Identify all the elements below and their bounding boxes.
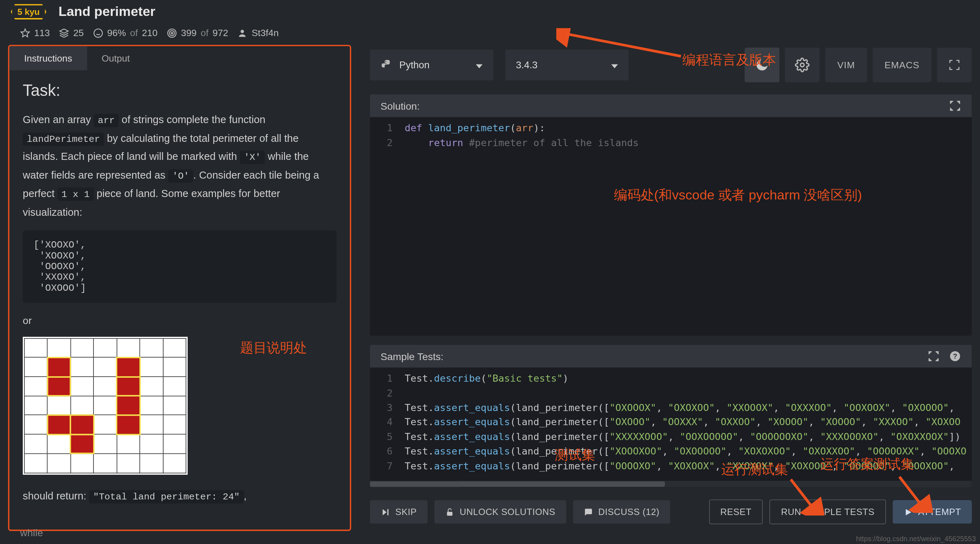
svg-point-7 (171, 32, 173, 33)
code-o: 'O' (168, 169, 193, 182)
python-icon (380, 59, 393, 71)
code-arr: arr (94, 114, 119, 127)
cutoff-text: while (20, 527, 43, 538)
language-dropdown[interactable]: Python (370, 49, 493, 80)
svg-text:?: ? (953, 352, 957, 360)
code-content[interactable]: Test.describe("Basic tests") Test.assert… (399, 368, 972, 487)
help-icon[interactable]: ? (949, 350, 961, 362)
result-string: "Total land perimeter: 24" (89, 490, 243, 503)
svg-point-8 (241, 29, 244, 33)
solution-editor[interactable]: 1 2 def land_perimeter(arr): return #per… (370, 117, 972, 335)
attempt-button[interactable]: ATTEMPT (892, 500, 972, 523)
run-sample-tests-button[interactable]: RUN SAMPLE TESTS (770, 500, 886, 524)
vim-mode[interactable]: VIM (825, 48, 867, 82)
desc-tabs: Instructions Output (10, 46, 350, 70)
watermark: https://blog.csdn.net/weixin_45625553 (856, 534, 976, 542)
svg-marker-12 (382, 509, 386, 515)
line-numbers: 1 2 (370, 117, 399, 335)
code-landperimeter: landPerimeter (23, 132, 104, 146)
code-x: 'X' (240, 151, 265, 164)
chevron-down-icon (611, 59, 618, 70)
expand-icon (948, 59, 961, 71)
kata-title: Land perimeter (59, 4, 156, 19)
svg-point-6 (169, 30, 174, 35)
chevron-down-icon (476, 59, 482, 70)
svg-point-9 (800, 63, 804, 67)
tab-instructions[interactable]: Instructions (10, 46, 87, 70)
horizontal-scrollbar[interactable] (370, 481, 972, 487)
solution-label: Solution: (380, 100, 420, 111)
layers-icon (59, 28, 69, 38)
svg-marker-0 (21, 29, 29, 36)
tests-editor[interactable]: 1 2 3 4 5 6 7 Test.describe("Basic tests… (370, 368, 972, 487)
stat-stacks[interactable]: 25 (59, 28, 84, 38)
settings-button[interactable] (785, 48, 819, 82)
stat-favorites[interactable]: 113 (20, 28, 50, 38)
example-array: ['XOOXO', 'XOOXO', 'OOOXO', 'XXOXO', 'OX… (23, 230, 336, 302)
fullscreen-top[interactable] (937, 48, 972, 82)
line-numbers: 1 2 3 4 5 6 7 (370, 368, 399, 487)
expand-icon[interactable] (928, 350, 940, 362)
description-panel: Instructions Output Task: Given an array… (8, 45, 351, 531)
task-heading: Task: (23, 81, 336, 100)
task-paragraph: Given an array arr of strings complete t… (23, 110, 336, 221)
kyu-badge: 5 kyu (11, 4, 46, 19)
theme-toggle[interactable] (745, 48, 780, 82)
discuss-button[interactable]: DISCUSS (12) (573, 500, 670, 523)
smile-icon (93, 28, 103, 38)
or-text: or (23, 314, 336, 326)
svg-marker-1 (60, 29, 69, 33)
reset-button[interactable]: RESET (709, 500, 763, 524)
moon-icon (755, 58, 770, 73)
stats-bar: 113 25 96% of 210 399 of 972 St3f4n (0, 25, 980, 45)
expand-icon[interactable] (949, 100, 961, 112)
target-icon (167, 28, 177, 38)
skip-button[interactable]: SKIP (370, 500, 428, 523)
unlock-solutions-button[interactable]: UNLOCK SOLUTIONS (434, 500, 566, 523)
stat-completions[interactable]: 399 of 972 (167, 28, 228, 38)
should-return: should return: "Total land perimeter: 24… (23, 487, 336, 505)
tests-label: Sample Tests: (380, 351, 444, 362)
emacs-mode[interactable]: EMACS (872, 48, 932, 82)
gear-icon (795, 58, 810, 73)
island-grid (23, 336, 188, 474)
svg-rect-13 (387, 509, 388, 515)
unlock-icon (445, 507, 455, 517)
svg-marker-15 (906, 509, 911, 515)
version-dropdown[interactable]: 3.4.3 (505, 49, 628, 80)
stat-author[interactable]: St3f4n (237, 28, 278, 38)
star-icon (20, 28, 30, 38)
code-content[interactable]: def land_perimeter(arr): return #perimet… (399, 117, 972, 335)
play-icon (904, 507, 913, 517)
user-icon (237, 28, 248, 38)
code-1x1: 1 x 1 (57, 187, 94, 201)
svg-rect-14 (447, 511, 452, 515)
svg-point-2 (94, 29, 102, 37)
stat-satisfaction[interactable]: 96% of 210 (93, 28, 158, 38)
comment-icon (584, 507, 593, 517)
skip-icon (380, 507, 390, 517)
tab-output[interactable]: Output (87, 46, 145, 70)
